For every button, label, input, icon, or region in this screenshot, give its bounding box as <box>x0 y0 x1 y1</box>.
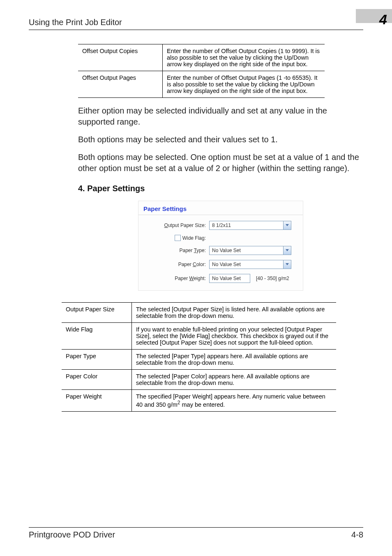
chevron-down-icon <box>283 221 291 229</box>
combo-value: No Value Set <box>212 248 241 253</box>
paper-color-combo[interactable]: No Value Set <box>209 260 291 269</box>
table-row: Output Paper Size The selected [Output P… <box>62 303 336 323</box>
paper-type-label: Paper Type: <box>148 248 206 253</box>
table-row: Offset Output Pages Enter the number of … <box>78 71 325 98</box>
wide-flag-label: Wide Flag: <box>182 235 206 241</box>
paper-type-combo[interactable]: No Value Set <box>209 246 291 255</box>
paper-weight-row-desc: The specified [Paper Weight] appears her… <box>132 390 337 412</box>
content-area: Offset Output Copies Enter the number of… <box>29 30 363 412</box>
label-suffix: ype: <box>196 248 206 253</box>
desc-sup: 2 <box>178 400 180 405</box>
label-suffix: olor: <box>196 262 206 267</box>
label-hotkey: W <box>189 276 194 281</box>
combo-value: No Value Set <box>212 262 241 267</box>
label-prefix: Paper <box>175 276 189 281</box>
table-row: Paper Weight The specified [Paper Weight… <box>62 390 336 412</box>
paper-color-label: Paper Color: <box>148 262 206 267</box>
label-hotkey: O <box>164 222 168 228</box>
settings-description-table: Output Paper Size The selected [Output P… <box>62 302 336 412</box>
desc-prefix: The specified [Paper Weight] appears her… <box>136 393 325 408</box>
paper-type-row-desc: The selected [Paper Type] appears here. … <box>132 350 337 370</box>
paper-type-row-label: Paper Type <box>62 350 132 370</box>
label-hotkey: C <box>193 262 196 267</box>
paper-weight-row-label: Paper Weight <box>62 390 132 412</box>
offset-copies-desc: Enter the number of Offset Output Copies… <box>163 44 325 71</box>
paper-color-row-label: Paper Color <box>62 370 132 390</box>
paragraph-3: Both options may be selected. One option… <box>78 152 363 174</box>
svg-marker-2 <box>286 263 289 265</box>
panel-title: Paper Settings <box>138 205 303 215</box>
table-row: Offset Output Copies Enter the number of… <box>78 44 325 71</box>
table-row: Wide Flag If you want to enable full-ble… <box>62 323 336 350</box>
label-prefix: Paper <box>180 248 194 253</box>
paragraph-1: Either option may be selected individual… <box>78 105 363 127</box>
table-row: Paper Color The selected [Paper Color] a… <box>62 370 336 390</box>
paper-color-row-desc: The selected [Paper Color] appears here.… <box>132 370 337 390</box>
wide-flag-row: Wide Flag: <box>148 235 206 241</box>
chevron-down-icon <box>283 260 291 269</box>
chevron-down-icon <box>283 246 291 255</box>
output-paper-size-row-desc: The selected [Output Paper Size] is list… <box>132 303 337 323</box>
paper-weight-unit: [40 - 350] g/m2 <box>256 276 289 281</box>
label-prefix: Paper <box>178 262 193 267</box>
output-paper-size-label: Output Paper Size: <box>148 222 206 228</box>
table-row: Paper Type The selected [Paper Type] app… <box>62 350 336 370</box>
label-text: utput Paper Size: <box>168 222 206 228</box>
paragraph-2: Both options may be selected and their v… <box>78 134 363 145</box>
offset-pages-desc: Enter the number of Offset Output Pages … <box>163 71 325 98</box>
offset-pages-label: Offset Output Pages <box>78 71 163 98</box>
paper-weight-input[interactable]: No Value Set <box>209 274 250 283</box>
label-suffix: eight: <box>194 276 206 281</box>
input-value: No Value Set <box>212 276 241 281</box>
footer-left: Printgroove POD Driver <box>29 530 115 540</box>
paper-settings-panel: Paper Settings Output Paper Size: 8 1/2x… <box>138 201 303 291</box>
chapter-number: 4 <box>379 12 387 28</box>
offset-table: Offset Output Copies Enter the number of… <box>78 44 325 98</box>
page-header: Using the Print Job Editor 4 <box>29 12 363 30</box>
svg-marker-1 <box>286 249 289 251</box>
output-paper-size-combo[interactable]: 8 1/2x11 <box>209 221 291 230</box>
page-footer: Printgroove POD Driver 4-8 <box>29 527 363 540</box>
wide-flag-checkbox[interactable] <box>175 235 181 241</box>
combo-value: 8 1/2x11 <box>212 222 231 228</box>
offset-copies-label: Offset Output Copies <box>78 44 163 71</box>
settings-grid: Output Paper Size: 8 1/2x11 Wide Flag: P… <box>138 221 303 283</box>
desc-suffix: may be entered. <box>180 401 225 408</box>
chapter-badge: 4 <box>340 9 363 27</box>
paper-weight-label: Paper Weight: <box>148 276 206 281</box>
output-paper-size-row-label: Output Paper Size <box>62 303 132 323</box>
wide-flag-row-label: Wide Flag <box>62 323 132 350</box>
svg-marker-0 <box>286 224 289 226</box>
footer-right: 4-8 <box>351 530 363 540</box>
section-heading: 4. Paper Settings <box>78 184 363 193</box>
page: Using the Print Job Editor 4 Offset Outp… <box>0 0 392 556</box>
page-title: Using the Print Job Editor <box>29 18 122 27</box>
wide-flag-row-desc: If you want to enable full-bleed printin… <box>132 323 337 350</box>
